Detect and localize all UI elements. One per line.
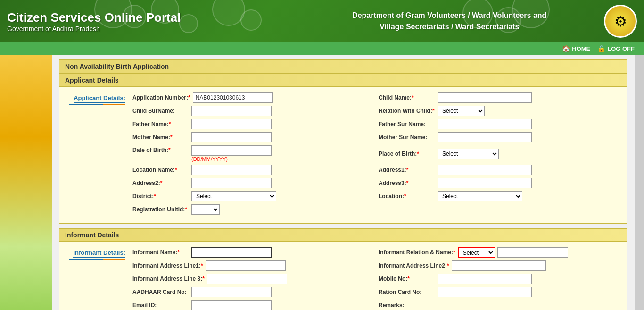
location-select[interactable]: Select [438,191,522,201]
location-name-label: Location Name:* [132,167,189,173]
child-surname-input[interactable] [191,106,272,116]
district-group: District:* Select [130,191,376,201]
informant-label-underline [69,259,125,260]
applicant-form-fields: Application Number:* Child Name:* [130,91,622,219]
home-label: HOME [572,45,590,52]
address1-group: Address1:* [376,165,622,175]
email-group: Email ID: [130,300,376,310]
informant-form-fields: Informant Name:* Informant Relation & Na… [130,245,622,310]
informant-addr1-group: Informant Address Line1:* [130,260,376,271]
informant-relation-group: Informant Relation & Name:* Select [376,247,622,258]
informant-addr2-input[interactable] [452,260,546,271]
page-title: Non Availability Birth Application [59,59,627,74]
ration-card-input[interactable] [438,287,532,297]
relation-with-child-label: Relation With Child:* [379,108,435,114]
left-sidebar [0,55,52,310]
dob-hint: (DD/MM/YYYY) [191,156,272,162]
email-label: Email ID: [132,302,189,309]
form-row-8: District:* Select Location:* [130,191,622,201]
portal-subtitle: Government of Andhra Pradesh [7,25,302,33]
mother-surname-group: Mother Sur Name: [376,132,622,142]
informant-details-body: Informant Details: Informant Name:* [59,242,627,310]
informant-addr1-label: Informant Address Line1:* [132,262,203,269]
informant-addr3-input[interactable] [207,274,287,284]
informant-row-1: Informant Name:* Informant Relation & Na… [130,247,622,258]
aadhaar-input[interactable] [191,287,272,297]
form-row-3: Father Name:* Father Sur Name: [130,119,622,129]
email-input[interactable] [191,300,272,310]
relation-with-child-select[interactable]: Select [438,106,485,116]
informant-name-input[interactable] [191,247,272,258]
address2-input[interactable] [191,178,272,188]
address1-input[interactable] [438,165,532,175]
main-content: Non Availability Birth Application Appli… [52,55,635,310]
dob-input-group: (DD/MM/YYYY) [191,145,272,162]
mother-name-label: Mother Name:* [132,134,189,141]
aadhaar-group: AADHAAR Card No: [130,287,376,297]
header-dept-name: Department of Gram Volunteers / Ward Vol… [302,10,597,33]
ration-card-group: Ration Card No: [376,287,622,297]
address2-group: Address2:* [130,178,376,188]
remarks-group: Remarks: [376,302,622,309]
dob-input[interactable] [191,145,272,156]
informant-name-group: Informant Name:* [130,247,376,258]
child-name-group: Child Name:* [376,92,622,103]
form-row-6: Location Name:* Address1:* [130,165,622,175]
applicant-form-section: Applicant Details: Application Number:* [64,91,622,219]
mother-surname-label: Mother Sur Name: [379,134,435,141]
logoff-label: LOG OFF [607,45,635,52]
aadhaar-label: AADHAAR Card No: [132,289,189,295]
applicant-details-panel: Applicant Details Applicant Details: [59,74,627,224]
child-name-input[interactable] [438,92,532,103]
location-name-group: Location Name:* [130,165,376,175]
form-row-5: Date of Birth:* (DD/MM/YYYY) Place of Bi… [130,145,622,162]
application-number-input[interactable] [193,92,273,103]
mother-name-input[interactable] [191,132,272,142]
informant-label-col: Informant Details: [64,245,130,310]
applicant-details-label: Applicant Details: [74,94,125,103]
informant-relation-select[interactable]: Select [458,247,495,258]
place-of-birth-select[interactable]: Select [438,149,499,159]
dob-group: Date of Birth:* (DD/MM/YYYY) [130,145,376,162]
application-number-label: Application Number:* [132,94,190,101]
dob-label: Date of Birth:* [132,147,189,153]
informant-row-3: Informant Address Line 3:* Mobile No:* [130,274,622,284]
home-link[interactable]: 🏠 HOME [562,45,590,52]
form-row-4: Mother Name:* Mother Sur Name: [130,132,622,142]
location-name-input[interactable] [191,165,272,175]
father-surname-group: Father Sur Name: [376,119,622,129]
mobile-no-group: Mobile No:* [376,274,622,284]
logoff-link[interactable]: 🔒 LOG OFF [597,45,635,52]
form-row-9: Registration UnitId:* [130,204,622,215]
address3-input[interactable] [438,178,532,188]
father-surname-input[interactable] [438,119,532,129]
child-surname-group: Child SurName: [130,106,376,116]
address3-group: Address3:* [376,178,622,188]
ration-card-label: Ration Card No: [379,289,435,295]
informant-row-2: Informant Address Line1:* Informant Addr… [130,260,622,271]
header-logo: ⚙ [604,5,637,38]
informant-details-label: Informant Details: [73,249,125,258]
father-name-label: Father Name:* [132,121,189,127]
address3-label: Address3:* [379,180,435,186]
registration-unitid-select[interactable] [191,204,220,215]
right-sidebar [635,55,644,310]
district-label: District:* [132,193,189,200]
location-label: Location:* [379,193,435,200]
location-group: Location:* Select [376,191,622,201]
informant-details-header: Informant Details [59,229,627,242]
informant-addr1-input[interactable] [206,260,286,271]
application-number-group: Application Number:* [130,92,376,103]
father-name-input[interactable] [191,119,272,129]
mother-surname-input[interactable] [438,132,532,142]
form-row-7: Address2:* Address3:* [130,178,622,188]
page-header: Citizen Services Online Portal Governmen… [0,0,644,42]
child-name-label: Child Name:* [379,94,435,101]
mother-name-group: Mother Name:* [130,132,376,142]
informant-relation-name-input[interactable] [497,247,568,258]
registration-unitid-label: Registration UnitId:* [132,206,189,213]
mobile-no-input[interactable] [438,274,532,284]
informant-row-4: AADHAAR Card No: Ration Card No: [130,287,622,297]
father-name-group: Father Name:* [130,119,376,129]
district-select[interactable]: Select [191,191,276,201]
